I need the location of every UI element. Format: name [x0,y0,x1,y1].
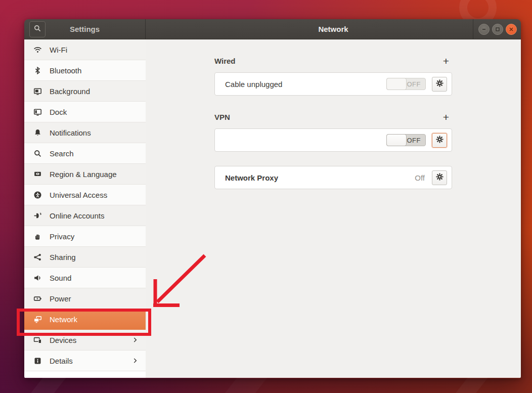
vpn-section-title: VPN [214,113,230,121]
add-vpn-button[interactable]: + [443,112,449,122]
battery-icon [33,294,42,303]
wired-connection-label: Cable unplugged [225,80,386,89]
sidebar-item-region-language[interactable]: Region & Language [24,164,146,185]
sidebar-item-label: Devices [50,336,124,344]
close-button[interactable] [506,24,517,35]
dock-icon [33,108,42,116]
sidebar: Wi-Fi Bluetooth Background Dock Notifica… [24,39,146,378]
sidebar-item-label: Notifications [50,128,139,137]
wired-toggle[interactable]: OFF [386,78,426,90]
close-icon [509,25,514,34]
sidebar-title: Settings [24,25,145,33]
minimize-button[interactable] [478,24,490,35]
page-title: Network [146,25,521,33]
sidebar-item-label: Power [50,294,139,303]
sidebar-item-wifi[interactable]: Wi-Fi [24,39,146,60]
proxy-settings-gear-button[interactable] [432,170,447,185]
sidebar-item-bluetooth[interactable]: Bluetooth [24,60,146,81]
minimize-icon [481,25,486,34]
add-wired-connection-button[interactable]: + [443,56,449,66]
wired-section-header: Wired + [214,56,452,66]
toggle-state-label: OFF [407,80,421,88]
network-proxy-row[interactable]: Network Proxy Off [214,166,452,189]
sidebar-item-details[interactable]: Details [24,351,146,371]
gear-icon [435,135,444,146]
gear-icon [435,79,444,90]
sidebar-item-label: Universal Access [50,191,139,199]
chevron-right-icon [131,336,139,343]
sidebar-item-label: Sharing [50,253,139,261]
sidebar-item-label: Dock [50,108,139,116]
sidebar-item-background[interactable]: Background [24,81,146,102]
sidebar-item-label: Bluetooth [50,66,139,75]
devices-icon [33,336,42,344]
sidebar-item-dock[interactable]: Dock [24,102,146,122]
hand-icon [33,232,42,241]
sidebar-item-search[interactable]: Search [24,143,146,164]
sidebar-item-label: Sound [50,274,139,282]
speaker-icon [33,274,42,282]
vpn-connection-row[interactable]: OFF [214,128,452,152]
toggle-state-label: OFF [407,137,421,144]
sidebar-item-universal-access[interactable]: Universal Access [24,185,146,205]
sidebar-item-online-accounts[interactable]: Online Accounts [24,205,146,226]
sidebar-item-label: Wi-Fi [50,46,139,54]
network-proxy-status: Off [415,173,425,182]
maximize-icon [495,25,500,34]
gear-icon [435,172,444,183]
sidebar-item-label: Privacy [50,232,139,241]
wired-connection-row[interactable]: Cable unplugged OFF [214,72,452,96]
background-icon [33,87,42,96]
network-icon [33,315,42,324]
chevron-right-icon [131,357,139,364]
sidebar-item-sound[interactable]: Sound [24,268,146,288]
sidebar-header[interactable]: Settings [24,19,146,39]
wired-section-title: Wired [214,57,236,65]
vpn-section-header: VPN + [214,112,452,122]
vpn-settings-gear-button[interactable] [432,133,447,148]
toggle-handle[interactable] [386,134,407,146]
maximize-button[interactable] [492,24,503,35]
sidebar-item-label: Region & Language [50,170,139,179]
settings-window: Settings Network [24,19,521,378]
sidebar-item-network[interactable]: Network [24,309,146,330]
sidebar-item-label: Details [50,357,124,365]
sidebar-item-label: Search [50,149,139,158]
main-header[interactable]: Network [146,19,521,39]
sidebar-item-label: Network [50,315,139,324]
share-icon [33,253,42,261]
network-panel: Wired + Cable unplugged OFF VPN + [146,39,521,378]
info-icon [33,357,42,365]
sidebar-item-label: Online Accounts [50,211,139,220]
sidebar-item-power[interactable]: Power [24,288,146,309]
sidebar-item-devices[interactable]: Devices [24,330,146,351]
wifi-icon [33,46,42,54]
accessibility-icon [33,191,42,199]
window-controls [473,19,517,39]
titlebar[interactable]: Settings Network [24,19,521,39]
online-accounts-icon [33,211,42,220]
toggle-handle[interactable] [386,78,407,90]
bluetooth-icon [33,66,42,75]
bell-icon [33,128,42,137]
sidebar-item-label: Background [50,87,139,96]
sidebar-item-privacy[interactable]: Privacy [24,226,146,247]
flag-icon [33,170,42,179]
search-icon [33,149,42,158]
sidebar-item-notifications[interactable]: Notifications [24,122,146,143]
wired-settings-gear-button[interactable] [432,77,447,92]
sidebar-item-sharing[interactable]: Sharing [24,247,146,268]
vpn-toggle[interactable]: OFF [386,134,426,146]
network-proxy-label: Network Proxy [225,173,415,182]
